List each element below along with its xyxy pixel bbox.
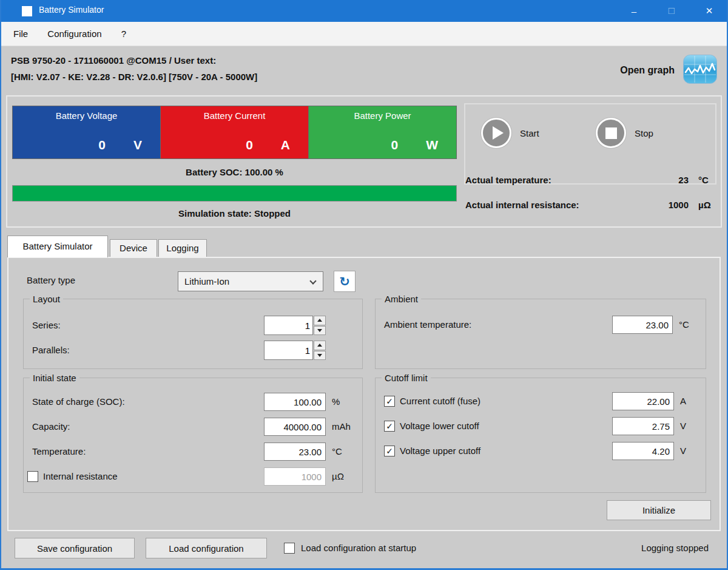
battery-soc-progressbar xyxy=(12,185,457,202)
parallels-spin-down-button[interactable] xyxy=(314,351,326,361)
checkmark-icon: ✓ xyxy=(386,446,393,456)
ambient-temperature-label: Ambient temperature: xyxy=(384,316,471,334)
menu-file[interactable]: File xyxy=(5,22,36,46)
battery-current-value: 0 xyxy=(246,138,253,152)
actual-resistance-unit: µΩ xyxy=(689,198,716,212)
load-configuration-button[interactable]: Load configuration xyxy=(146,538,267,558)
series-input[interactable] xyxy=(264,316,313,335)
refresh-icon: ↻ xyxy=(339,274,350,289)
parallels-input[interactable] xyxy=(264,341,313,360)
series-label: Series: xyxy=(32,316,61,335)
current-cutoff-label: Current cutoff (fuse) xyxy=(400,392,480,410)
graph-icon xyxy=(683,55,717,86)
spin-up-icon xyxy=(317,319,322,322)
battery-voltage-label: Battery Voltage xyxy=(13,106,160,121)
current-cutoff-unit: A xyxy=(680,392,686,410)
battery-voltage-meter: Battery Voltage 0V xyxy=(12,106,161,159)
voltage-upper-cutoff-checkbox[interactable]: ✓ xyxy=(384,446,395,456)
open-graph-label: Open graph xyxy=(620,65,675,76)
start-button[interactable]: Start xyxy=(481,118,539,148)
soc-input[interactable] xyxy=(264,393,326,411)
tab-device[interactable]: Device xyxy=(110,239,157,257)
ambient-group-title: Ambient xyxy=(382,293,421,305)
battery-voltage-unit: V xyxy=(133,138,142,152)
series-spinner xyxy=(264,316,326,335)
layout-group: Layout Series: Parallels: xyxy=(23,299,363,369)
battery-type-select[interactable]: Lithium-Ion xyxy=(178,271,323,291)
start-label: Start xyxy=(520,128,539,138)
stop-icon xyxy=(596,118,626,148)
actual-resistance-row: Actual internal resistance: 1000 µΩ xyxy=(465,198,716,212)
ambient-group: Ambient Ambient temperature: °C xyxy=(375,299,706,369)
voltage-lower-cutoff-checkbox[interactable]: ✓ xyxy=(384,421,395,432)
meter-strip: Battery Voltage 0V Battery Current 0A Ba… xyxy=(12,106,457,159)
battery-simulator-tab-pane: Battery type Lithium-Ion ↻ Layout Series… xyxy=(7,257,721,531)
capacity-input[interactable] xyxy=(264,418,326,436)
voltage-lower-cutoff-label: Voltage lower cutoff xyxy=(400,417,479,435)
load-at-startup-label: Load configuration at startup xyxy=(301,538,416,558)
battery-power-label: Battery Power xyxy=(309,106,456,121)
cutoff-limit-group-title: Cutoff limit xyxy=(382,372,431,384)
internal-resistance-input[interactable] xyxy=(264,467,326,486)
start-stop-box: Start Stop xyxy=(464,103,716,185)
battery-power-meter: Battery Power 0W xyxy=(309,106,457,159)
window-title: Battery Simulator xyxy=(39,5,104,15)
internal-resistance-unit: µΩ xyxy=(332,467,344,486)
initialize-button[interactable]: Initialize xyxy=(607,500,711,520)
play-icon xyxy=(481,118,511,148)
internal-resistance-label: Internal resistance xyxy=(43,467,118,486)
voltage-lower-cutoff-unit: V xyxy=(680,417,686,435)
battery-soc-text: Battery SOC: 100.00 % xyxy=(12,167,457,177)
menu-help[interactable]: ? xyxy=(113,22,135,46)
initial-state-group: Initial state State of charge (SOC): % C… xyxy=(23,378,363,493)
tab-logging[interactable]: Logging xyxy=(158,239,207,257)
soc-label: State of charge (SOC): xyxy=(32,393,125,411)
parallels-spin-up-button[interactable] xyxy=(314,341,326,350)
ambient-temperature-input[interactable] xyxy=(612,316,673,334)
device-info-line2: [HMI: V2.07 - KE: V2.28 - DR: V2.0.6] [7… xyxy=(11,69,257,85)
series-spin-up-button[interactable] xyxy=(314,316,326,325)
battery-type-value: Lithium-Ion xyxy=(184,276,229,287)
internal-resistance-checkbox[interactable] xyxy=(27,471,38,482)
open-graph-button[interactable]: Open graph xyxy=(620,55,717,86)
simulation-state-text: Simulation state: Stopped xyxy=(12,208,457,219)
current-cutoff-checkbox[interactable]: ✓ xyxy=(384,396,395,407)
initial-temperature-unit: °C xyxy=(332,443,342,461)
voltage-upper-cutoff-unit: V xyxy=(680,442,686,460)
refresh-battery-type-button[interactable]: ↻ xyxy=(334,271,356,292)
actual-resistance-label: Actual internal resistance: xyxy=(465,198,655,212)
spin-up-icon xyxy=(317,344,322,347)
maximize-icon: □ xyxy=(669,5,675,17)
battery-simulator-window: Battery Simulator – □ ✕ File Configurati… xyxy=(0,0,728,570)
spin-down-icon xyxy=(317,329,322,332)
save-configuration-button[interactable]: Save configuration xyxy=(15,538,135,558)
initial-temperature-label: Temperature: xyxy=(32,443,86,461)
series-spin-down-button[interactable] xyxy=(314,326,326,336)
capacity-unit: mAh xyxy=(332,418,351,436)
close-button[interactable]: ✕ xyxy=(690,0,728,22)
battery-power-unit: W xyxy=(426,138,438,152)
battery-power-value: 0 xyxy=(391,138,398,152)
battery-voltage-value: 0 xyxy=(98,138,106,152)
status-panel: Battery Voltage 0V Battery Current 0A Ba… xyxy=(6,95,722,228)
voltage-upper-cutoff-input[interactable] xyxy=(612,442,674,460)
actual-resistance-value: 1000 xyxy=(655,198,689,212)
voltage-lower-cutoff-input[interactable] xyxy=(612,417,674,435)
checkmark-icon: ✓ xyxy=(386,396,393,406)
actual-temperature-unit: °C xyxy=(689,174,716,187)
maximize-button[interactable]: □ xyxy=(653,0,690,22)
tab-battery-simulator[interactable]: Battery Simulator xyxy=(7,236,108,257)
current-cutoff-input[interactable] xyxy=(612,392,674,410)
chevron-down-icon xyxy=(309,277,316,284)
initial-temperature-input[interactable] xyxy=(264,443,326,461)
menu-configuration[interactable]: Configuration xyxy=(39,22,110,46)
initial-state-group-title: Initial state xyxy=(30,372,79,384)
minimize-button[interactable]: – xyxy=(615,0,653,22)
logging-status-text: Logging stopped xyxy=(641,538,709,558)
actual-temperature-row: Actual temperature: 23 °C xyxy=(465,174,716,187)
load-at-startup-checkbox[interactable] xyxy=(284,543,295,554)
cutoff-limit-group: Cutoff limit ✓ Current cutoff (fuse) A ✓… xyxy=(375,378,706,493)
stop-button[interactable]: Stop xyxy=(596,118,653,148)
spin-down-icon xyxy=(317,354,322,357)
layout-group-title: Layout xyxy=(30,293,63,305)
